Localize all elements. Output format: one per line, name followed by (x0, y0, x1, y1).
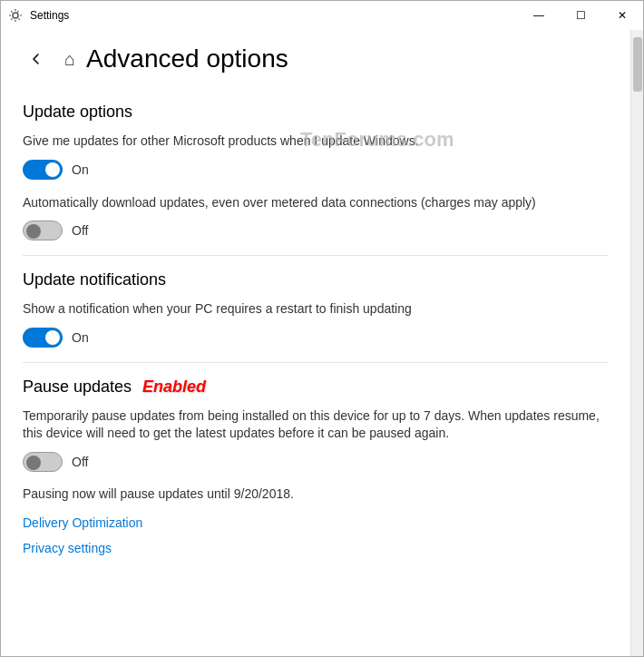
divider-1 (23, 255, 609, 256)
title-bar: Settings — ☐ ✕ (1, 1, 643, 30)
title-text: Settings (30, 9, 69, 22)
update-options-toggle2-description: Automatically download updates, even ove… (23, 194, 609, 212)
content-area: ⌂ Advanced options TenForums.com Update … (1, 30, 643, 656)
svg-point-0 (13, 13, 18, 18)
toggle2-label: Off (72, 223, 88, 238)
toggle4-label: Off (72, 455, 88, 469)
page-header: ⌂ Advanced options (23, 30, 609, 88)
update-notifications-description: Show a notification when your PC require… (23, 300, 609, 319)
pause-header-row: Pause updates Enabled (23, 378, 609, 397)
home-icon: ⌂ (64, 49, 75, 70)
toggle2-row: Off (23, 221, 609, 240)
maximize-button[interactable]: ☐ (560, 1, 601, 30)
pause-updates-heading: Pause updates (23, 378, 132, 397)
close-button[interactable]: ✕ (601, 1, 643, 30)
update-options-heading: Update options (23, 103, 609, 122)
delivery-optimization-link[interactable]: Delivery Optimization (23, 515, 609, 530)
toggle3-thumb (45, 330, 60, 345)
title-bar-controls: — ☐ ✕ (518, 1, 643, 30)
toggle1-row: On (23, 160, 609, 180)
update-notifications-heading: Update notifications (23, 270, 609, 289)
toggle3-switch[interactable] (23, 328, 63, 348)
toggle4-switch[interactable] (23, 452, 63, 472)
page-title-area: ⌂ Advanced options (64, 44, 288, 74)
pause-description: Temporarily pause updates from being ins… (23, 407, 609, 443)
minimize-button[interactable]: — (518, 1, 560, 30)
back-button[interactable] (23, 45, 50, 73)
enabled-badge: Enabled (142, 378, 206, 397)
settings-window: Settings — ☐ ✕ ⌂ Advanced options (0, 0, 644, 657)
pause-date-text: Pausing now will pause updates until 9/2… (23, 486, 609, 501)
toggle4-row: Off (23, 452, 609, 472)
toggle2-thumb (26, 224, 41, 239)
toggle3-row: On (23, 328, 609, 348)
toggle1-switch[interactable] (23, 160, 63, 180)
scrollbar-track[interactable] (630, 30, 643, 656)
toggle2-switch[interactable] (23, 221, 63, 240)
main-content: ⌂ Advanced options TenForums.com Update … (1, 30, 630, 656)
divider-2 (23, 362, 609, 363)
toggle3-label: On (72, 330, 89, 345)
privacy-settings-link[interactable]: Privacy settings (23, 541, 609, 555)
scrollbar-thumb[interactable] (633, 37, 642, 92)
toggle1-thumb (45, 162, 60, 177)
update-options-toggle1-description: Give me updates for other Microsoft prod… (23, 132, 609, 151)
page-title: Advanced options (86, 44, 288, 74)
settings-app-icon (8, 8, 23, 23)
title-bar-left: Settings (8, 8, 69, 23)
toggle1-label: On (72, 162, 89, 177)
toggle4-thumb (26, 456, 41, 470)
